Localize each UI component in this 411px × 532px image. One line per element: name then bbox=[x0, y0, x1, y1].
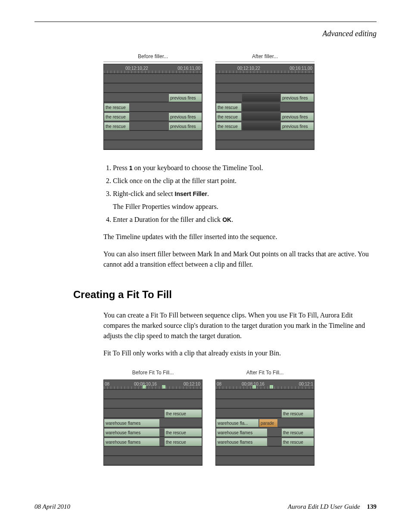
clip: warehouse flames bbox=[216, 428, 268, 437]
clip: the rescue bbox=[281, 409, 314, 418]
page-footer: 08 April 2010 Aurora Edit LD User Guide … bbox=[34, 502, 377, 512]
clip-parade: parade bbox=[259, 419, 278, 427]
clip: warehouse flames bbox=[104, 428, 160, 437]
step-4: Enter a Duration for the filler and clic… bbox=[113, 215, 377, 225]
clip: the rescue bbox=[164, 438, 202, 446]
clip: the rescue bbox=[164, 428, 202, 437]
timeline-after-fittofill: 08 00;08:10,16 00;12:1 the rescue wareho… bbox=[215, 380, 314, 466]
section-heading-fit-to-fill: Creating a Fit To Fill bbox=[73, 287, 377, 302]
clip: warehouse flames bbox=[104, 419, 160, 427]
clip: warehouse fla... bbox=[216, 419, 259, 427]
footer-guide-title: Aurora Edit LD User Guide bbox=[288, 503, 360, 510]
filler-clip bbox=[242, 112, 280, 121]
footer-date: 08 April 2010 bbox=[34, 502, 70, 512]
clip: warehouse flames bbox=[104, 438, 160, 446]
section-header: Advanced editing bbox=[34, 28, 377, 40]
paragraph: You can also insert filler between Mark … bbox=[103, 249, 377, 270]
paragraph: Fit To Fill only works with a clip that … bbox=[103, 348, 377, 358]
fig-caption-after-filler: After filler... bbox=[215, 53, 314, 62]
paragraph: The Timeline updates with the filler ins… bbox=[103, 232, 377, 242]
fig-caption-after-fittofill: After Fit To Fill... bbox=[215, 369, 314, 378]
clip: the rescue bbox=[164, 409, 202, 418]
timeline-before-filler: 00;12:10,22 00;16:11,00 previous fires t… bbox=[103, 64, 202, 150]
clip: the rescue bbox=[216, 103, 242, 112]
timeline-before-fittofill: 08 00;08:10,16 00;12:10 the rescue wareh… bbox=[103, 380, 202, 466]
figure-fittofill-compare: Before Fit To Fill... 08 00;08:10,16 00;… bbox=[103, 369, 377, 466]
filler-clip bbox=[242, 122, 280, 131]
footer-page-number: 139 bbox=[367, 503, 377, 510]
paragraph: You can create a Fit To Fill between seq… bbox=[103, 310, 377, 341]
fig-caption-before-fittofill: Before Fit To Fill... bbox=[103, 369, 202, 378]
clip: the rescue bbox=[104, 112, 130, 121]
clip: the rescue bbox=[281, 428, 314, 437]
timeline-after-filler: 00;12:10,22 00;16:11,00 previous fires t… bbox=[215, 64, 314, 150]
step-3: Right-click and select Insert Filler. Th… bbox=[113, 189, 377, 212]
clip: the rescue bbox=[216, 122, 242, 131]
step-2: Click once on the clip at the filler sta… bbox=[113, 176, 377, 186]
clip: previous fires bbox=[280, 93, 314, 102]
clip: previous fires bbox=[168, 112, 202, 121]
clip: the rescue bbox=[104, 103, 130, 112]
step-1: Press 1 on your keyboard to choose the T… bbox=[113, 163, 377, 173]
clip: warehouse flames bbox=[216, 438, 268, 446]
step-3-sub: The Filler Properties window appears. bbox=[113, 202, 377, 212]
clip: previous fires bbox=[280, 112, 314, 121]
clip: the rescue bbox=[104, 122, 130, 131]
clip: the rescue bbox=[281, 438, 314, 446]
fig-caption-before-filler: Before filler... bbox=[103, 53, 202, 62]
clip: previous fires bbox=[168, 93, 202, 102]
clip: previous fires bbox=[168, 122, 202, 131]
figure-filler-compare: Before filler... 00;12:10,22 00;16:11,00… bbox=[103, 53, 377, 150]
clip: previous fires bbox=[280, 122, 314, 131]
steps-list: Press 1 on your keyboard to choose the T… bbox=[113, 163, 377, 225]
filler-clip bbox=[242, 103, 280, 112]
filler-clip bbox=[242, 93, 280, 102]
clip: the rescue bbox=[216, 112, 242, 121]
